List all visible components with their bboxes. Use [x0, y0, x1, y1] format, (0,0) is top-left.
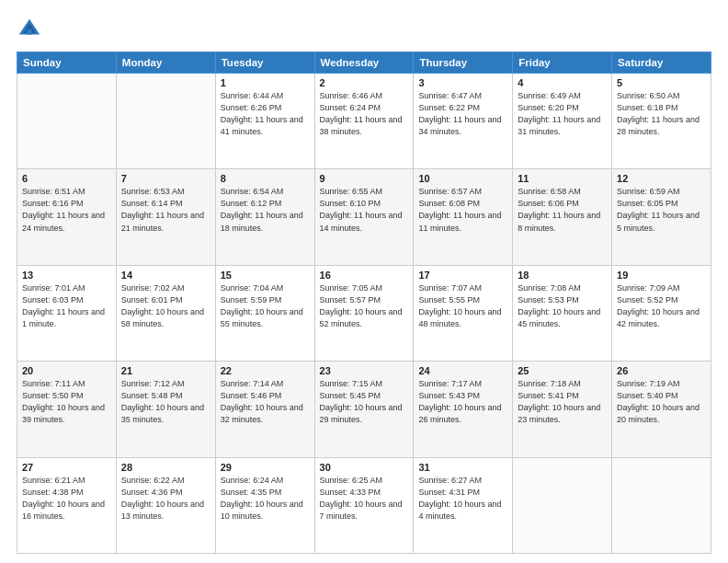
day-number: 20	[22, 365, 111, 376]
calendar-cell: 26Sunrise: 7:19 AM Sunset: 5:40 PM Dayli…	[612, 362, 711, 457]
calendar-cell: 27Sunrise: 6:21 AM Sunset: 4:38 PM Dayli…	[17, 457, 117, 553]
cell-content: Sunrise: 7:05 AM Sunset: 5:57 PM Dayligh…	[320, 282, 409, 330]
calendar-cell: 11Sunrise: 6:58 AM Sunset: 6:06 PM Dayli…	[513, 169, 612, 265]
cell-content: Sunrise: 7:01 AM Sunset: 6:03 PM Dayligh…	[22, 282, 111, 330]
day-number: 7	[121, 173, 210, 184]
day-number: 10	[418, 173, 507, 184]
cell-content: Sunrise: 6:25 AM Sunset: 4:33 PM Dayligh…	[320, 475, 409, 523]
calendar-cell: 21Sunrise: 7:12 AM Sunset: 5:48 PM Dayli…	[116, 362, 215, 457]
calendar-cell	[513, 457, 612, 553]
calendar-cell	[17, 74, 117, 169]
column-header-tuesday: Tuesday	[215, 52, 314, 74]
calendar-cell: 18Sunrise: 7:08 AM Sunset: 5:53 PM Dayli…	[513, 265, 612, 361]
cell-content: Sunrise: 7:15 AM Sunset: 5:45 PM Dayligh…	[320, 378, 409, 426]
calendar-week-4: 20Sunrise: 7:11 AM Sunset: 5:50 PM Dayli…	[17, 362, 711, 457]
day-number: 25	[518, 365, 607, 376]
day-number: 16	[320, 270, 409, 281]
calendar-cell: 1Sunrise: 6:44 AM Sunset: 6:26 PM Daylig…	[215, 74, 314, 169]
day-number: 13	[22, 270, 111, 281]
cell-content: Sunrise: 7:19 AM Sunset: 5:40 PM Dayligh…	[617, 378, 706, 426]
cell-content: Sunrise: 7:18 AM Sunset: 5:41 PM Dayligh…	[518, 378, 607, 426]
calendar-cell: 8Sunrise: 6:54 AM Sunset: 6:12 PM Daylig…	[215, 169, 314, 265]
day-number: 5	[617, 77, 706, 88]
day-number: 6	[22, 173, 111, 184]
calendar-cell: 28Sunrise: 6:22 AM Sunset: 4:36 PM Dayli…	[116, 457, 215, 553]
day-number: 29	[221, 462, 310, 473]
calendar-cell: 6Sunrise: 6:51 AM Sunset: 6:16 PM Daylig…	[17, 169, 117, 265]
calendar-cell	[116, 74, 215, 169]
calendar-table: SundayMondayTuesdayWednesdayThursdayFrid…	[17, 52, 711, 554]
day-number: 23	[320, 365, 409, 376]
day-number: 30	[320, 462, 409, 473]
day-number: 21	[121, 365, 210, 376]
cell-content: Sunrise: 6:57 AM Sunset: 6:08 PM Dayligh…	[418, 186, 507, 234]
calendar-cell: 15Sunrise: 7:04 AM Sunset: 5:59 PM Dayli…	[215, 265, 314, 361]
day-number: 28	[121, 462, 210, 473]
calendar-cell: 30Sunrise: 6:25 AM Sunset: 4:33 PM Dayli…	[314, 457, 414, 553]
cell-content: Sunrise: 6:51 AM Sunset: 6:16 PM Dayligh…	[22, 186, 111, 234]
cell-content: Sunrise: 6:27 AM Sunset: 4:31 PM Dayligh…	[418, 475, 507, 523]
calendar-cell: 24Sunrise: 7:17 AM Sunset: 5:43 PM Dayli…	[414, 362, 513, 457]
calendar-cell: 19Sunrise: 7:09 AM Sunset: 5:52 PM Dayli…	[612, 265, 711, 361]
cell-content: Sunrise: 7:02 AM Sunset: 6:01 PM Dayligh…	[121, 282, 210, 330]
cell-content: Sunrise: 6:54 AM Sunset: 6:12 PM Dayligh…	[221, 186, 310, 234]
cell-content: Sunrise: 6:58 AM Sunset: 6:06 PM Dayligh…	[518, 186, 607, 234]
calendar-cell: 31Sunrise: 6:27 AM Sunset: 4:31 PM Dayli…	[414, 457, 513, 553]
page: SundayMondayTuesdayWednesdayThursdayFrid…	[0, 0, 728, 563]
calendar-cell: 3Sunrise: 6:47 AM Sunset: 6:22 PM Daylig…	[414, 74, 513, 169]
day-number: 24	[418, 365, 507, 376]
calendar-cell: 12Sunrise: 6:59 AM Sunset: 6:05 PM Dayli…	[612, 169, 711, 265]
cell-content: Sunrise: 7:17 AM Sunset: 5:43 PM Dayligh…	[418, 378, 507, 426]
day-number: 26	[617, 365, 706, 376]
calendar-week-5: 27Sunrise: 6:21 AM Sunset: 4:38 PM Dayli…	[17, 457, 711, 553]
logo-icon	[17, 17, 42, 42]
calendar-cell: 9Sunrise: 6:55 AM Sunset: 6:10 PM Daylig…	[314, 169, 414, 265]
calendar-cell: 23Sunrise: 7:15 AM Sunset: 5:45 PM Dayli…	[314, 362, 414, 457]
day-number: 19	[617, 270, 706, 281]
day-number: 11	[518, 173, 607, 184]
cell-content: Sunrise: 6:50 AM Sunset: 6:18 PM Dayligh…	[617, 90, 706, 138]
day-number: 2	[320, 77, 409, 88]
cell-content: Sunrise: 7:14 AM Sunset: 5:46 PM Dayligh…	[221, 378, 310, 426]
calendar-week-1: 1Sunrise: 6:44 AM Sunset: 6:26 PM Daylig…	[17, 74, 711, 169]
column-header-saturday: Saturday	[612, 52, 711, 74]
cell-content: Sunrise: 6:46 AM Sunset: 6:24 PM Dayligh…	[320, 90, 409, 138]
day-number: 1	[221, 77, 310, 88]
cell-content: Sunrise: 6:55 AM Sunset: 6:10 PM Dayligh…	[320, 186, 409, 234]
calendar-cell: 2Sunrise: 6:46 AM Sunset: 6:24 PM Daylig…	[314, 74, 414, 169]
calendar-cell: 7Sunrise: 6:53 AM Sunset: 6:14 PM Daylig…	[116, 169, 215, 265]
day-number: 22	[221, 365, 310, 376]
cell-content: Sunrise: 7:07 AM Sunset: 5:55 PM Dayligh…	[418, 282, 507, 330]
logo	[17, 17, 46, 42]
column-header-sunday: Sunday	[17, 52, 117, 74]
calendar-week-2: 6Sunrise: 6:51 AM Sunset: 6:16 PM Daylig…	[17, 169, 711, 265]
calendar-week-3: 13Sunrise: 7:01 AM Sunset: 6:03 PM Dayli…	[17, 265, 711, 361]
calendar-cell	[612, 457, 711, 553]
day-number: 27	[22, 462, 111, 473]
cell-content: Sunrise: 7:11 AM Sunset: 5:50 PM Dayligh…	[22, 378, 111, 426]
column-header-wednesday: Wednesday	[314, 52, 414, 74]
calendar-cell: 4Sunrise: 6:49 AM Sunset: 6:20 PM Daylig…	[513, 74, 612, 169]
calendar-cell: 22Sunrise: 7:14 AM Sunset: 5:46 PM Dayli…	[215, 362, 314, 457]
cell-content: Sunrise: 6:24 AM Sunset: 4:35 PM Dayligh…	[221, 475, 310, 523]
calendar-cell: 20Sunrise: 7:11 AM Sunset: 5:50 PM Dayli…	[17, 362, 117, 457]
day-number: 3	[418, 77, 507, 88]
cell-content: Sunrise: 6:59 AM Sunset: 6:05 PM Dayligh…	[617, 186, 706, 234]
header	[17, 17, 711, 42]
calendar-header-row: SundayMondayTuesdayWednesdayThursdayFrid…	[17, 52, 711, 74]
day-number: 14	[121, 270, 210, 281]
column-header-friday: Friday	[513, 52, 612, 74]
cell-content: Sunrise: 6:21 AM Sunset: 4:38 PM Dayligh…	[22, 475, 111, 523]
cell-content: Sunrise: 6:53 AM Sunset: 6:14 PM Dayligh…	[121, 186, 210, 234]
calendar-cell: 14Sunrise: 7:02 AM Sunset: 6:01 PM Dayli…	[116, 265, 215, 361]
cell-content: Sunrise: 6:47 AM Sunset: 6:22 PM Dayligh…	[418, 90, 507, 138]
column-header-monday: Monday	[116, 52, 215, 74]
svg-rect-2	[27, 29, 32, 35]
cell-content: Sunrise: 7:12 AM Sunset: 5:48 PM Dayligh…	[121, 378, 210, 426]
cell-content: Sunrise: 7:09 AM Sunset: 5:52 PM Dayligh…	[617, 282, 706, 330]
day-number: 4	[518, 77, 607, 88]
calendar-cell: 5Sunrise: 6:50 AM Sunset: 6:18 PM Daylig…	[612, 74, 711, 169]
calendar-body: 1Sunrise: 6:44 AM Sunset: 6:26 PM Daylig…	[17, 74, 711, 554]
day-number: 15	[221, 270, 310, 281]
cell-content: Sunrise: 6:49 AM Sunset: 6:20 PM Dayligh…	[518, 90, 607, 138]
